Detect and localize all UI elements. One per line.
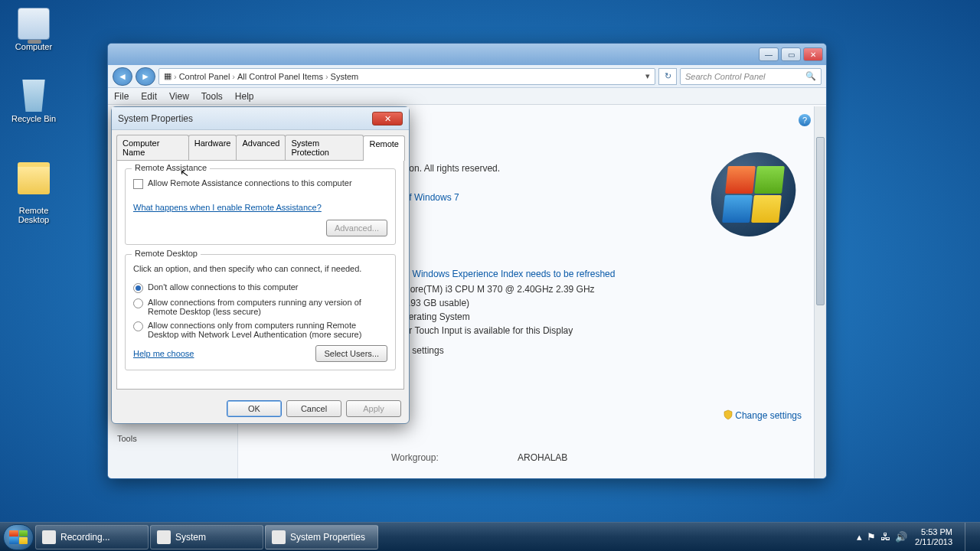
dialog-titlebar[interactable]: System Properties ✕ (112, 107, 409, 130)
search-icon: 🔍 (805, 71, 816, 81)
rd-opt1-label: Don't allow connections to this computer (148, 282, 299, 292)
workgroup-value: AROHALAB (518, 452, 567, 463)
cancel-button[interactable]: Cancel (286, 400, 341, 417)
scrollbar[interactable] (814, 106, 826, 478)
tabs: Computer Name Hardware Advanced System P… (112, 130, 409, 160)
taskbar: Recording... System System Properties ▴ … (0, 522, 980, 551)
start-button[interactable] (3, 524, 34, 550)
rd-help-link[interactable]: Help me choose (133, 349, 194, 358)
dialog-title-text: System Properties (118, 113, 193, 124)
rd-legend: Remote Desktop (132, 249, 201, 258)
rd-opt2-label: Allow connections from computers running… (148, 298, 387, 316)
allow-ra-label: Allow Remote Assistance connections to t… (148, 178, 352, 187)
help-icon[interactable]: ? (799, 114, 811, 126)
breadcrumb-icon: ▦ (164, 71, 172, 81)
tray-volume-icon[interactable]: 🔊 (895, 531, 907, 543)
nav-bar: ◄ ► ▦ › Control Panel › All Control Pane… (108, 65, 826, 88)
taskbar-item-system[interactable]: System (150, 525, 263, 549)
app-icon (42, 530, 56, 544)
close-button[interactable]: ✕ (803, 47, 823, 61)
rd-opt3-label: Allow connections only from computers ru… (148, 321, 387, 339)
tab-advanced[interactable]: Advanced (236, 135, 286, 160)
menu-view[interactable]: View (169, 91, 189, 102)
folder-icon (18, 162, 50, 194)
windows-logo (711, 152, 795, 236)
menu-edit[interactable]: Edit (141, 91, 157, 102)
taskbar-item-system-properties[interactable]: System Properties (265, 525, 378, 549)
remote-desktop-group: Remote Desktop Click an option, and then… (125, 254, 396, 370)
recycle-bin-icon (18, 80, 50, 112)
pen-value: en or Touch Input is available for this … (391, 325, 573, 336)
desktop-icon-label: Remote Desktop (18, 206, 49, 224)
desktop-icon-remote-desktop[interactable]: Remote Desktop (6, 153, 61, 224)
tab-remote[interactable]: Remote (363, 135, 405, 161)
system-tray: ▴ ⚑ 🖧 🔊 5:53 PM 2/11/2013 (857, 523, 977, 552)
dialog-button-row: OK Cancel Apply (112, 394, 409, 423)
tab-system-protection[interactable]: System Protection (285, 135, 364, 160)
tab-remote-body: Remote Assistance Allow Remote Assistanc… (116, 160, 404, 390)
clock[interactable]: 5:53 PM 2/11/2013 (915, 527, 952, 547)
taskbar-label: System Properties (290, 532, 365, 543)
computer-icon (18, 8, 50, 40)
select-users-button[interactable]: Select Users... (315, 345, 387, 362)
menu-file[interactable]: File (114, 91, 129, 102)
chevron-down-icon[interactable]: ▾ (645, 71, 650, 81)
app-icon (157, 530, 171, 544)
shield-icon (723, 409, 733, 420)
change-settings-link[interactable]: Change settings (723, 409, 802, 421)
crumb-all-items[interactable]: All Control Panel Items (237, 72, 323, 81)
dialog-close-button[interactable]: ✕ (372, 112, 403, 126)
back-button[interactable]: ◄ (113, 67, 132, 86)
maximize-button[interactable]: ▭ (781, 47, 801, 61)
clock-date: 2/11/2013 (915, 537, 952, 547)
search-placeholder: Search Control Panel (685, 72, 766, 81)
ra-help-link[interactable]: What happens when I enable Remote Assist… (133, 203, 322, 212)
cpu-value: R) Core(TM) i3 CPU M 370 @ 2.40GHz 2.39 … (391, 284, 595, 295)
desktop-icon-recycle-bin[interactable]: Recycle Bin (6, 80, 61, 123)
forward-button[interactable]: ► (136, 67, 155, 86)
workgroup-label: Workgroup: (391, 452, 518, 463)
left-panel-tools-heading: Tools (117, 434, 228, 443)
scrollbar-thumb[interactable] (816, 137, 825, 305)
allow-remote-assistance-checkbox[interactable] (133, 179, 143, 189)
breadcrumb[interactable]: ▦ › Control Panel › All Control Panel It… (158, 68, 655, 85)
rd-option-dont-allow[interactable] (133, 283, 143, 293)
tab-computer-name[interactable]: Computer Name (116, 135, 189, 160)
rd-instructions: Click an option, and then specify who ca… (133, 264, 387, 273)
crumb-control-panel[interactable]: Control Panel (179, 72, 230, 81)
system-properties-dialog: System Properties ✕ Computer Name Hardwa… (111, 106, 410, 424)
menu-help[interactable]: Help (235, 91, 254, 102)
minimize-button[interactable]: — (759, 47, 779, 61)
search-input[interactable]: Search Control Panel 🔍 (680, 68, 822, 85)
rd-option-allow-any[interactable] (133, 298, 143, 308)
remote-assistance-group: Remote Assistance Allow Remote Assistanc… (125, 168, 396, 245)
rating-link[interactable]: Your Windows Experience Index needs to b… (391, 269, 615, 279)
taskbar-item-recording[interactable]: Recording... (35, 525, 149, 549)
app-icon (272, 530, 286, 544)
menu-bar: File Edit View Tools Help (108, 88, 826, 105)
tab-hardware[interactable]: Hardware (188, 135, 237, 160)
taskbar-label: System (175, 532, 206, 543)
tray-network-icon[interactable]: 🖧 (880, 531, 890, 543)
show-desktop-button[interactable] (965, 523, 972, 552)
ra-legend: Remote Assistance (132, 163, 210, 172)
ra-advanced-button[interactable]: Advanced... (326, 220, 387, 236)
apply-button[interactable]: Apply (346, 400, 401, 417)
desktop-icon-computer[interactable]: Computer (6, 8, 61, 51)
clock-time: 5:53 PM (915, 527, 952, 537)
ok-button[interactable]: OK (227, 400, 282, 417)
desktop-icon-label: Recycle Bin (11, 114, 56, 123)
menu-tools[interactable]: Tools (201, 91, 223, 102)
tray-up-icon[interactable]: ▴ (857, 531, 862, 543)
crumb-system[interactable]: System (331, 72, 359, 81)
titlebar[interactable]: — ▭ ✕ (108, 44, 826, 65)
taskbar-label: Recording... (60, 532, 110, 543)
rd-option-allow-nla[interactable] (133, 321, 143, 331)
refresh-button[interactable]: ↻ (658, 68, 677, 85)
tray-flag-icon[interactable]: ⚑ (867, 531, 876, 543)
